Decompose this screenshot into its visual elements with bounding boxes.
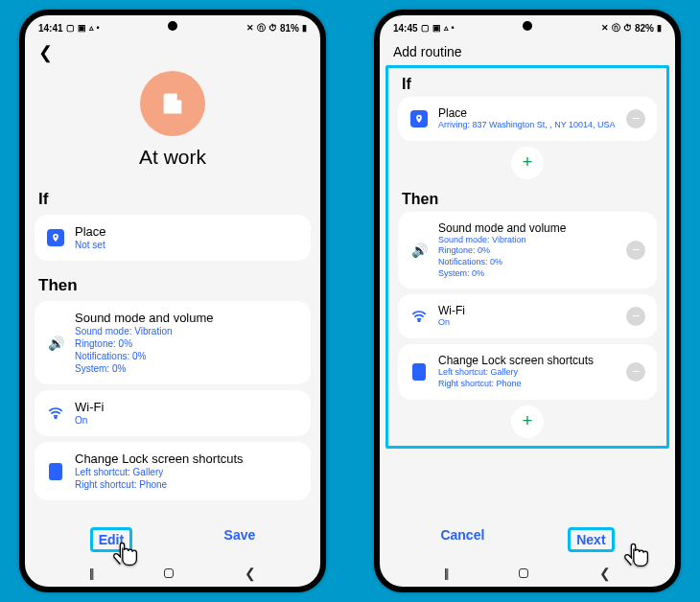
- status-battery: 82%: [635, 23, 654, 34]
- camera-punch-hole: [168, 21, 177, 31]
- then-lock-card[interactable]: Change Lock screen shortcuts Left shortc…: [398, 344, 657, 399]
- alarm-icon: ⏱: [268, 24, 277, 33]
- if-header: If: [25, 180, 320, 215]
- nav-bar: ||| ❮: [380, 560, 675, 587]
- nav-bar: ||| ❮: [25, 560, 320, 587]
- sound-title: Sound mode and volume: [438, 221, 617, 235]
- sound-l4: System: 0%: [75, 362, 299, 375]
- cancel-button[interactable]: Cancel: [440, 527, 484, 552]
- wifi-sub: On: [75, 414, 299, 427]
- volume-icon: 🔊: [46, 336, 65, 351]
- save-button[interactable]: Save: [224, 527, 256, 552]
- vibrate-icon: ✕: [601, 24, 609, 33]
- lock-l2: Right shortcut: Phone: [438, 379, 617, 390]
- phone-right: 14:45 ▢ ▣ ▵ • ✕ ⓝ ⏱ 82% ▮ Add routine If…: [374, 10, 681, 592]
- svg-point-0: [55, 417, 57, 419]
- place-title: Place: [438, 106, 617, 120]
- lock-l2: Right shortcut: Phone: [75, 478, 299, 491]
- routine-title: At work: [139, 146, 206, 169]
- edit-button[interactable]: Edit: [90, 527, 132, 552]
- status-icon: ▢: [66, 24, 75, 33]
- add-then-button[interactable]: +: [511, 405, 544, 438]
- remove-button[interactable]: −: [626, 109, 645, 128]
- lock-title: Change Lock screen shortcuts: [438, 354, 617, 367]
- nav-recent-icon[interactable]: |||: [444, 567, 447, 580]
- if-place-card[interactable]: Place Arriving: 837 Washington St, , NY …: [398, 97, 657, 141]
- remove-button[interactable]: −: [626, 241, 645, 260]
- then-header: Then: [25, 266, 320, 301]
- lock-l1: Left shortcut: Gallery: [438, 367, 617, 379]
- place-sub: Arriving: 837 Washington St, , NY 10014,…: [438, 120, 617, 131]
- sound-l4: System: 0%: [438, 268, 617, 280]
- nfc-icon: ⓝ: [257, 24, 266, 33]
- then-sound-card[interactable]: 🔊 Sound mode and volume Sound mode: Vibr…: [35, 301, 311, 384]
- nav-back-icon[interactable]: ❮: [599, 566, 611, 581]
- place-sub: Not set: [75, 239, 299, 251]
- status-time: 14:41: [38, 23, 63, 34]
- location-pin-icon: [46, 229, 65, 246]
- wifi-sub: On: [438, 317, 617, 329]
- volume-icon: 🔊: [409, 243, 429, 258]
- bottom-action-bar: Edit Save: [25, 520, 320, 560]
- status-icon: ▵: [444, 24, 449, 33]
- lock-title: Change Lock screen shortcuts: [75, 452, 299, 466]
- then-lock-card[interactable]: Change Lock screen shortcuts Left shortc…: [35, 442, 311, 500]
- battery-icon: ▮: [657, 24, 662, 33]
- screen-title: Add routine: [380, 36, 675, 65]
- phone-icon: [409, 363, 429, 381]
- camera-punch-hole: [523, 21, 532, 31]
- wifi-title: Wi-Fi: [75, 400, 299, 414]
- status-icon: ▢: [421, 24, 430, 33]
- then-wifi-card[interactable]: Wi-Fi On: [35, 390, 311, 436]
- sound-l2: Ringtone: 0%: [75, 337, 299, 350]
- nfc-icon: ⓝ: [612, 24, 620, 33]
- status-icon: •: [452, 24, 455, 33]
- nav-back-icon[interactable]: ❮: [245, 566, 256, 581]
- place-title: Place: [75, 224, 299, 239]
- sound-l1: Sound mode: Vibration: [75, 325, 299, 337]
- status-icon: ▣: [78, 24, 86, 33]
- building-icon: [140, 71, 205, 136]
- sound-l1: Sound mode: Vibration: [438, 235, 617, 246]
- sound-l3: Notifications: 0%: [438, 257, 617, 268]
- routine-hero: At work: [25, 69, 320, 180]
- nav-home-icon[interactable]: [164, 568, 174, 578]
- phone-left: 14:41 ▢ ▣ ▵ • ✕ ⓝ ⏱ 81% ▮ ❮ At work If: [19, 10, 326, 592]
- then-header: Then: [388, 183, 666, 212]
- then-sound-card[interactable]: 🔊 Sound mode and volume Sound mode: Vibr…: [398, 212, 657, 289]
- alarm-icon: ⏱: [623, 24, 632, 33]
- status-time: 14:45: [393, 23, 418, 34]
- status-icon: ▣: [432, 24, 441, 33]
- wifi-title: Wi-Fi: [438, 304, 617, 317]
- vibrate-icon: ✕: [246, 24, 254, 33]
- highlighted-region: If Place Arriving: 837 Washington St, , …: [385, 65, 669, 449]
- back-button[interactable]: ❮: [25, 36, 320, 69]
- wifi-icon: [409, 311, 429, 322]
- add-if-button[interactable]: +: [511, 147, 544, 179]
- battery-icon: ▮: [302, 24, 307, 33]
- sound-title: Sound mode and volume: [75, 311, 299, 325]
- remove-button[interactable]: −: [626, 362, 645, 382]
- next-button[interactable]: Next: [568, 527, 614, 552]
- sound-l2: Ringtone: 0%: [438, 245, 617, 257]
- then-wifi-card[interactable]: Wi-Fi On −: [398, 294, 657, 338]
- nav-home-icon[interactable]: [519, 568, 528, 578]
- remove-button[interactable]: −: [626, 307, 645, 326]
- sound-l3: Notifications: 0%: [75, 350, 299, 362]
- nav-recent-icon[interactable]: |||: [89, 567, 92, 580]
- if-place-card[interactable]: Place Not set: [35, 215, 311, 261]
- if-header: If: [388, 68, 666, 97]
- bottom-action-bar: Cancel Next: [380, 520, 675, 560]
- wifi-icon: [46, 407, 65, 419]
- status-battery: 81%: [280, 23, 299, 34]
- lock-l1: Left shortcut: Gallery: [75, 466, 299, 478]
- location-pin-icon: [409, 110, 429, 127]
- status-icon: •: [97, 24, 100, 33]
- status-icon: ▵: [89, 24, 94, 33]
- svg-point-1: [418, 320, 420, 322]
- phone-icon: [46, 463, 65, 480]
